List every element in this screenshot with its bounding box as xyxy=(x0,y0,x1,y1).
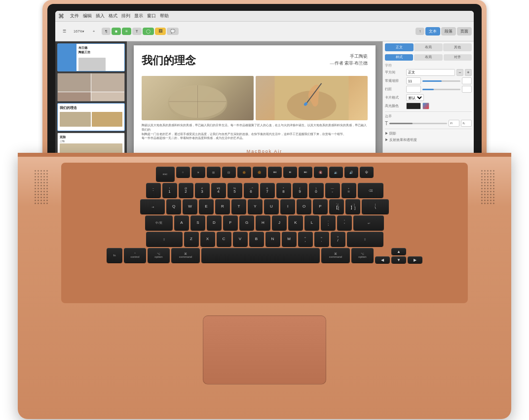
tracking-input[interactable] xyxy=(406,86,421,93)
key-shift-right[interactable]: ⇧ xyxy=(347,232,383,246)
key-option-right[interactable]: ⌥ option xyxy=(351,248,374,263)
key-space[interactable] xyxy=(201,248,320,263)
key-tab[interactable]: ⇥ xyxy=(140,199,165,214)
key-k[interactable]: K xyxy=(288,215,303,230)
sidebar-thumb-2[interactable] xyxy=(57,73,125,101)
key-m[interactable]: M xyxy=(282,232,297,246)
inspector-subtab-style[interactable]: 样式 xyxy=(385,54,413,61)
key-7[interactable]: & 7 xyxy=(260,183,275,198)
menubar-edit[interactable]: 编辑 xyxy=(83,13,92,19)
key-x[interactable]: X xyxy=(200,232,215,246)
key-6[interactable]: …^ 6 xyxy=(244,183,259,198)
sidebar-thumb-1[interactable]: 布兰德陶瓷工坊 xyxy=(57,43,125,71)
gradient-swatch[interactable] xyxy=(422,103,429,109)
key-f1[interactable]: ☼ xyxy=(176,167,190,177)
key-slash[interactable]: ? / xyxy=(331,232,345,246)
toolbar-table-btn[interactable]: ■ xyxy=(112,28,121,35)
key-a[interactable]: A xyxy=(174,215,189,230)
menubar-window[interactable]: 窗口 xyxy=(147,13,156,19)
key-p[interactable]: P xyxy=(313,199,328,214)
key-option-left[interactable]: ⌥ option xyxy=(148,248,170,263)
key-backslash[interactable]: | \ xyxy=(362,199,389,214)
key-quote[interactable]: " ' xyxy=(337,215,352,230)
key-period[interactable]: » . xyxy=(314,232,329,246)
border-val1[interactable] xyxy=(449,120,459,127)
key-f3[interactable]: ⊞ xyxy=(207,167,221,177)
stepper-down[interactable]: − xyxy=(456,69,463,76)
key-power[interactable]: ⏻ xyxy=(360,167,374,177)
toolbar-shape-btn[interactable]: ◯ xyxy=(143,28,154,35)
toolbar-text-btn[interactable]: T xyxy=(132,28,142,35)
menubar-insert[interactable]: 插入 xyxy=(96,13,105,19)
key-o[interactable]: O xyxy=(297,199,311,214)
key-9[interactable]: ( 9 xyxy=(293,183,307,198)
key-s[interactable]: S xyxy=(190,215,205,230)
menubar-file[interactable]: 文件 xyxy=(70,13,79,19)
key-t[interactable]: T xyxy=(231,199,246,214)
inspector-subtab-other2[interactable]: 对齐 xyxy=(444,54,472,61)
key-3[interactable]: # 3 xyxy=(195,183,210,198)
key-c[interactable]: C xyxy=(217,232,231,246)
key-d[interactable]: D xyxy=(207,215,222,230)
key-z[interactable]: Z xyxy=(184,232,199,246)
key-fn[interactable]: fn xyxy=(107,248,122,263)
key-f12[interactable]: 🔊 xyxy=(344,167,358,177)
toolbar-zoom-icon[interactable]: 167%▾ xyxy=(72,25,86,38)
key-command-right[interactable]: ⌘ command xyxy=(321,248,350,263)
menubar-format[interactable]: 格式 xyxy=(109,13,117,19)
key-b[interactable]: B xyxy=(249,232,264,246)
key-4[interactable]: ¥$ 4 xyxy=(211,183,226,198)
key-equals[interactable]: + = xyxy=(341,183,356,198)
card-select[interactable]: 默认 xyxy=(406,94,424,101)
key-arrow-down[interactable]: ▼ xyxy=(391,256,406,263)
toolbar-add-icon[interactable]: + xyxy=(87,25,101,38)
key-backspace[interactable]: ⌫ xyxy=(358,183,383,198)
inspector-subtab-cloth[interactable]: 布局 xyxy=(414,54,442,61)
toolbar-sidebar-icon[interactable]: ☰ xyxy=(57,25,71,38)
key-arrow-right[interactable]: ▶ xyxy=(408,256,422,263)
size-input[interactable] xyxy=(406,77,421,84)
key-u[interactable]: U xyxy=(264,199,279,214)
key-semicolon[interactable]: : ; xyxy=(321,215,336,230)
toolbar-para-btn[interactable]: 段落 xyxy=(441,27,456,35)
key-f10[interactable]: 🔇 xyxy=(314,167,328,177)
toolbar-media-btn[interactable]: 🖼 xyxy=(155,28,166,35)
toolbar-share-btn[interactable]: ↑ xyxy=(416,28,424,35)
toolbar-comment-btn[interactable]: 💬 xyxy=(167,28,179,35)
key-tilde[interactable]: ~ ` xyxy=(146,183,161,198)
tracking-slider[interactable] xyxy=(422,89,460,90)
color-swatch[interactable] xyxy=(406,103,421,109)
key-y[interactable]: Y xyxy=(248,199,263,214)
toolbar-page-btn[interactable]: 页面 xyxy=(457,27,472,35)
key-n[interactable]: N xyxy=(265,232,280,246)
key-f11[interactable]: 🔉 xyxy=(329,167,343,177)
border-slider[interactable] xyxy=(389,123,447,124)
size-slider[interactable] xyxy=(422,80,460,82)
key-f5[interactable]: 🔅 xyxy=(237,167,251,177)
key-f2[interactable]: ☀ xyxy=(191,167,205,177)
key-1[interactable]: ! 1 xyxy=(162,183,177,198)
key-0[interactable]: ) 0 xyxy=(309,183,324,198)
key-esc[interactable]: esc xyxy=(156,167,175,181)
key-arrow-left[interactable]: ◀ xyxy=(375,256,390,263)
key-enter[interactable]: ↩ xyxy=(353,215,384,230)
key-command-left[interactable]: ⌘ command xyxy=(171,248,200,263)
key-5[interactable]: % 5 xyxy=(227,183,242,198)
key-arrow-up[interactable]: ▲ xyxy=(391,248,406,255)
key-bracket-r[interactable]: 」} 】] xyxy=(345,199,360,214)
trackpad[interactable] xyxy=(203,315,326,385)
toolbar-format-btn[interactable]: ¶ xyxy=(102,28,111,35)
font-input[interactable] xyxy=(406,69,455,76)
toolbar-text-active-btn[interactable]: 文本 xyxy=(425,27,440,35)
inspector-tab-layout[interactable]: 布局 xyxy=(414,43,443,51)
key-comma[interactable]: « , xyxy=(298,232,313,246)
toolbar-chart-btn[interactable]: ≡ xyxy=(122,28,131,35)
size-input2[interactable] xyxy=(462,77,472,84)
inspector-tab-text[interactable]: 正文 xyxy=(385,43,414,51)
key-2[interactable]: @ 2 xyxy=(179,183,193,198)
key-caps[interactable]: 中/英 xyxy=(145,215,173,230)
key-shift-left[interactable]: ⇧ xyxy=(146,232,183,246)
sidebar-thumb-3[interactable]: 我们的理念 xyxy=(57,103,125,131)
key-8[interactable]: * 8 xyxy=(276,183,291,198)
key-f9[interactable]: ⏭ xyxy=(299,167,312,177)
